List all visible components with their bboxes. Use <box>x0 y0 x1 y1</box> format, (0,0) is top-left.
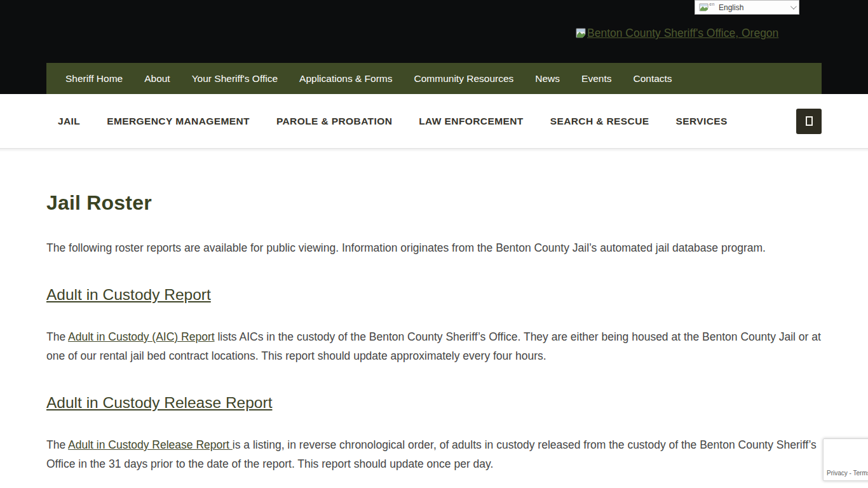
chevron-down-icon <box>790 3 797 10</box>
intro-paragraph: The following roster reports are availab… <box>46 238 822 257</box>
secondary-nav: JAIL EMERGENCY MANAGEMENT PAROLE & PROBA… <box>0 94 868 149</box>
page-title: Jail Roster <box>46 191 822 215</box>
search-icon <box>806 116 813 126</box>
site-logo-link[interactable]: Benton County Sheriff's Office, Oregon <box>576 27 778 40</box>
paragraph-text: The <box>46 330 68 343</box>
primary-nav: Sheriff Home About Your Sheriff's Office… <box>46 63 822 94</box>
release-report-inline-link[interactable]: Adult in Custody Release Report <box>68 438 233 451</box>
nav-item-sheriff-home[interactable]: Sheriff Home <box>65 73 123 85</box>
search-button[interactable] <box>796 109 822 134</box>
section-heading-aic-report: Adult in Custody Report <box>46 286 822 304</box>
main-content: Jail Roster The following roster reports… <box>0 151 868 473</box>
release-report-heading-link[interactable]: Adult in Custody Release Report <box>46 394 272 411</box>
nav-item-jail[interactable]: JAIL <box>58 116 80 127</box>
nav-item-applications-forms[interactable]: Applications & Forms <box>299 73 392 85</box>
nav-item-contacts[interactable]: Contacts <box>633 73 672 85</box>
nav-item-law-enforcement[interactable]: LAW ENFORCEMENT <box>419 116 523 127</box>
nav-item-search-rescue[interactable]: SEARCH & RESCUE <box>550 116 649 127</box>
nav-item-about[interactable]: About <box>144 73 170 85</box>
broken-image-icon: en <box>699 3 710 11</box>
nav-item-events[interactable]: Events <box>581 73 611 85</box>
nav-item-emergency-management[interactable]: EMERGENCY MANAGEMENT <box>107 116 250 127</box>
site-logo-text: Benton County Sheriff's Office, Oregon <box>587 27 778 40</box>
release-report-paragraph: The Adult in Custody Release Report is a… <box>46 435 822 473</box>
nav-item-news[interactable]: News <box>535 73 560 85</box>
nav-item-parole-probation[interactable]: PAROLE & PROBATION <box>276 116 392 127</box>
broken-image-icon <box>576 28 587 39</box>
paragraph-text: The <box>46 438 68 451</box>
nav-item-community-resources[interactable]: Community Resources <box>414 73 514 85</box>
nav-item-your-sheriffs-office[interactable]: Your Sheriff's Office <box>192 73 278 85</box>
aic-report-inline-link[interactable]: Adult in Custody (AIC) Report <box>68 330 215 343</box>
language-selector[interactable]: en English <box>695 0 799 15</box>
nav-item-services[interactable]: SERVICES <box>676 116 728 127</box>
selected-language-label: English <box>719 3 743 12</box>
broken-image-alt: en <box>709 2 715 6</box>
site-header: en English Benton County Sheriff's Offic… <box>0 0 868 94</box>
section-heading-release-report: Adult in Custody Release Report <box>46 394 822 412</box>
aic-report-heading-link[interactable]: Adult in Custody Report <box>46 286 211 303</box>
recaptcha-privacy-terms-links[interactable]: Privacy - Terms <box>827 470 868 477</box>
aic-report-paragraph: The Adult in Custody (AIC) Report lists … <box>46 327 822 365</box>
recaptcha-badge: Privacy - Terms <box>823 438 868 481</box>
